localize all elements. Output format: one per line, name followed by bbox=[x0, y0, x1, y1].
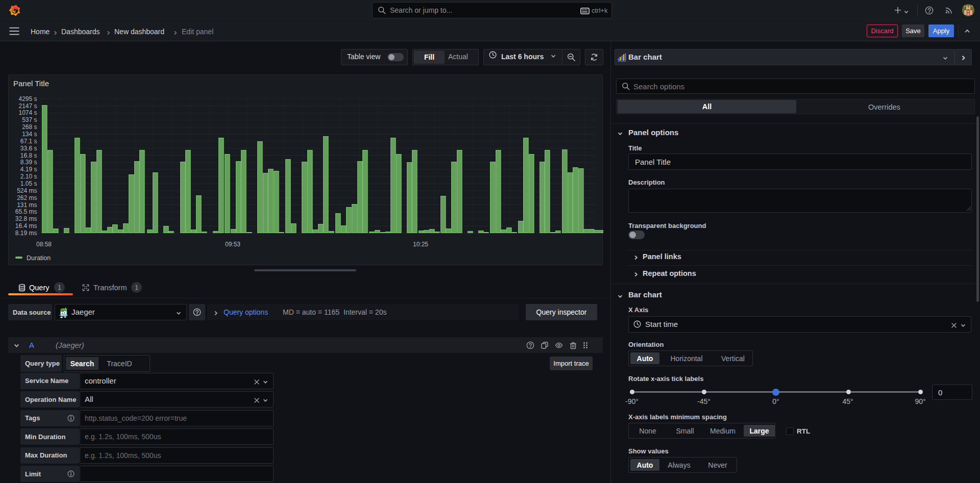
svg-text:1.05 s: 1.05 s bbox=[20, 180, 37, 187]
svg-text:8.39 s: 8.39 s bbox=[20, 159, 37, 166]
svg-text:131 ms: 131 ms bbox=[17, 201, 37, 209]
svg-text:524 ms: 524 ms bbox=[17, 187, 37, 194]
svg-text:33.6 s: 33.6 s bbox=[20, 145, 37, 152]
svg-text:Duration: Duration bbox=[27, 255, 51, 262]
svg-text:262 ms: 262 ms bbox=[17, 194, 37, 201]
svg-text:8.19 ms: 8.19 ms bbox=[15, 230, 37, 237]
svg-text:4295 s: 4295 s bbox=[18, 95, 37, 103]
svg-text:1074 s: 1074 s bbox=[18, 109, 37, 116]
svg-text:10:25: 10:25 bbox=[413, 241, 428, 248]
svg-text:268 s: 268 s bbox=[22, 123, 37, 131]
svg-text:134 s: 134 s bbox=[22, 131, 37, 138]
svg-text:2.10 s: 2.10 s bbox=[20, 173, 37, 180]
svg-text:65.5 ms: 65.5 ms bbox=[15, 208, 37, 215]
svg-text:2147 s: 2147 s bbox=[18, 103, 37, 110]
svg-text:16.4 ms: 16.4 ms bbox=[15, 222, 37, 230]
svg-text:4.19 s: 4.19 s bbox=[20, 166, 37, 173]
svg-text:67.1 s: 67.1 s bbox=[20, 138, 37, 145]
svg-text:537 s: 537 s bbox=[22, 116, 37, 123]
svg-text:08:58: 08:58 bbox=[36, 241, 52, 248]
svg-text:09:53: 09:53 bbox=[225, 241, 240, 248]
svg-text:32.8 ms: 32.8 ms bbox=[15, 215, 37, 222]
svg-text:16.8 s: 16.8 s bbox=[20, 152, 37, 159]
